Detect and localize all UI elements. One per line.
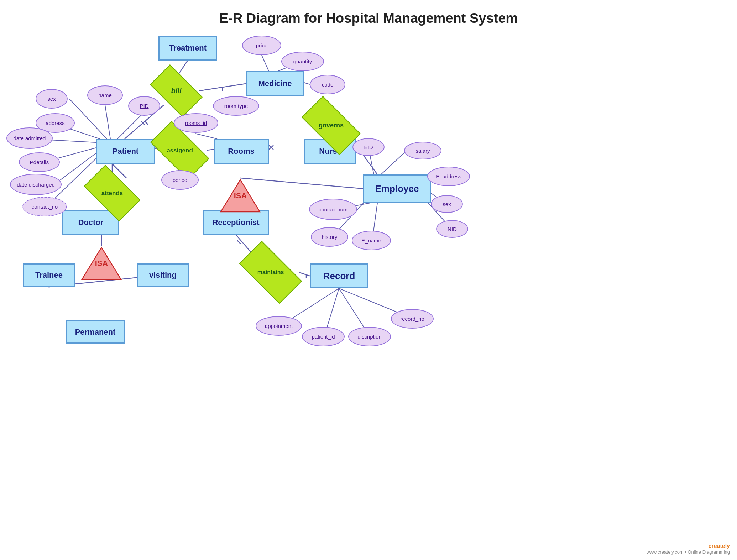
entity-receptionist: Receptionist (203, 210, 269, 235)
attribute-rooms-id: rooms_id (174, 113, 218, 133)
attribute-period: period (161, 170, 199, 190)
entity-employee: Employee (363, 174, 431, 203)
svg-line-12 (105, 105, 110, 139)
attribute-room-type: room type (213, 96, 259, 116)
attribute-e-name: E_name (352, 231, 391, 250)
attribute-contact-num: contact num (309, 199, 357, 220)
relationship-maintains: maintains (242, 256, 299, 288)
svg-line-25 (269, 145, 273, 150)
attribute-patient-id: patient_id (302, 327, 345, 346)
attribute-sex: sex (36, 89, 68, 109)
attribute-price: price (242, 36, 281, 55)
entity-treatment: Treatment (158, 36, 217, 61)
svg-line-54 (299, 272, 310, 276)
entity-permanent: Permanent (66, 320, 125, 344)
attribute-sex2: sex (431, 195, 463, 213)
svg-line-11 (69, 99, 107, 139)
entity-visiting: visiting (137, 263, 189, 287)
entity-medicine: Medicine (246, 71, 304, 96)
entity-trainee: Trainee (23, 263, 75, 287)
attribute-history: history (311, 227, 348, 247)
attribute-nid: NID (436, 220, 468, 238)
svg-line-6 (262, 55, 269, 71)
svg-line-3 (141, 121, 145, 125)
attribute-date-discharged: date discharged (10, 174, 62, 195)
attribute-discription: discription (348, 327, 391, 346)
entity-record: Record (310, 263, 368, 288)
relationship-attends: attends (87, 178, 137, 208)
svg-line-53 (237, 240, 241, 244)
attribute-contact-no: contact_no (22, 197, 67, 216)
page-title: E-R Diagram for Hospital Management Syst… (0, 11, 737, 26)
watermark-brand: creately (647, 543, 730, 549)
relationship-bill: bill (153, 77, 199, 105)
isa-employee: ISA (219, 178, 262, 214)
attribute-code: code (310, 75, 345, 94)
attribute-pdetails: Pdetails (19, 152, 60, 172)
isa-doctor: ISA (80, 246, 123, 281)
entity-patient: Patient (96, 139, 155, 164)
relationship-governs: governs (304, 110, 358, 141)
svg-line-24 (269, 145, 273, 150)
attribute-appoinment: appoinment (256, 316, 302, 336)
attribute-e-address: E_address (427, 167, 470, 186)
watermark: creately www.creately.com • Online Diagr… (647, 543, 730, 555)
attribute-record-no: record_no (391, 309, 434, 329)
attribute-salary: salary (404, 142, 441, 159)
watermark-line1: www.creately.com • Online Diagramming (647, 549, 730, 555)
svg-line-2 (145, 121, 148, 125)
attribute-eid: EID (352, 138, 385, 156)
attribute-name: name (87, 85, 123, 105)
attribute-quantity: quantity (281, 52, 324, 71)
attribute-pid: PID (128, 96, 160, 116)
svg-line-31 (381, 151, 406, 174)
attribute-date-admitted: date admitted (6, 127, 53, 149)
diagram-container: E-R Diagram for Hospital Management Syst… (0, 0, 737, 560)
entity-doctor: Doctor (62, 210, 119, 235)
entity-rooms: Rooms (214, 139, 269, 164)
svg-line-4 (199, 84, 246, 91)
relationship-assigend: assigend (153, 135, 207, 166)
svg-line-13 (117, 112, 144, 139)
